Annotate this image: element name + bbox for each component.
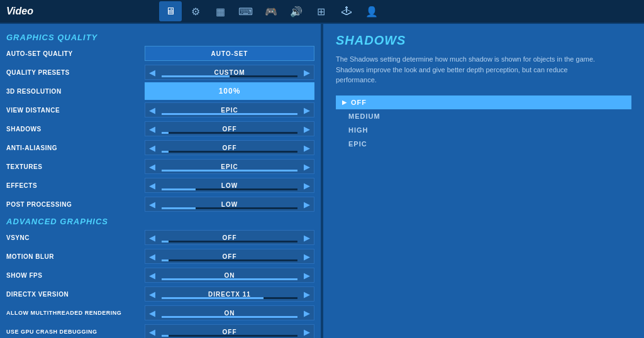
textures-value-area: EPIC — [159, 160, 300, 173]
effects-label: EFFECTS — [6, 182, 145, 189]
main-container: GRAPHICS QUALITY AUTO-SET QUALITY AUTO-S… — [0, 24, 644, 338]
gpu-crash-left-arrow[interactable]: ◀ — [145, 325, 159, 338]
motion-blur-bar-fill — [162, 259, 169, 261]
multithreaded-control: ◀ ON ▶ — [145, 305, 314, 320]
motion-blur-slider: ◀ OFF ▶ — [145, 249, 314, 264]
show-fps-left-arrow[interactable]: ◀ — [145, 268, 159, 282]
view-distance-value: EPIC — [221, 107, 238, 114]
vsync-value-area: OFF — [159, 231, 300, 244]
effects-right-arrow[interactable]: ▶ — [300, 178, 314, 192]
auto-set-button[interactable]: AUTO-SET — [145, 46, 314, 61]
anti-aliasing-bar-fill — [162, 151, 169, 153]
vsync-bar-fill — [162, 241, 169, 243]
motion-blur-label: MOTION BLUR — [6, 253, 145, 260]
view-distance-left-arrow[interactable]: ◀ — [145, 103, 159, 117]
multithreaded-row: ALLOW MULTITHREADED RENDERING ◀ ON ▶ — [6, 304, 314, 322]
nav-icon-controller[interactable]: 🕹 — [335, 1, 358, 21]
vsync-slider: ◀ OFF ▶ — [145, 230, 314, 245]
option-high[interactable]: HIGH — [336, 123, 631, 137]
options-list: OFF MEDIUM HIGH EPIC — [336, 95, 631, 151]
detail-description: The Shadows setting determine how much s… — [336, 54, 600, 85]
nav-icon-keyboard[interactable]: ⌨ — [235, 1, 257, 21]
multithreaded-value-area: ON — [159, 306, 300, 320]
shadows-control: ◀ OFF ▶ — [145, 121, 314, 136]
anti-aliasing-left-arrow[interactable]: ◀ — [145, 141, 159, 155]
quality-presets-row: QUALITY PRESETS ◀ CUSTOM ▶ — [6, 63, 314, 81]
anti-aliasing-slider: ◀ OFF ▶ — [145, 140, 314, 155]
show-fps-control: ◀ ON ▶ — [145, 268, 314, 283]
quality-presets-value: CUSTOM — [214, 69, 245, 76]
resolution-control: 100% — [145, 82, 314, 100]
motion-blur-right-arrow[interactable]: ▶ — [300, 249, 314, 263]
anti-aliasing-row: ANTI-ALIASING ◀ OFF ▶ — [6, 139, 314, 156]
view-distance-right-arrow[interactable]: ▶ — [300, 103, 314, 117]
nav-icon-speaker[interactable]: 🔊 — [285, 1, 308, 21]
multithreaded-left-arrow[interactable]: ◀ — [145, 306, 159, 320]
directx-version-left-arrow[interactable]: ◀ — [145, 287, 159, 301]
vsync-value: OFF — [223, 234, 237, 241]
gpu-crash-right-arrow[interactable]: ▶ — [300, 325, 314, 338]
quality-presets-right-arrow[interactable]: ▶ — [300, 65, 314, 79]
nav-icons-container: 🖥 ⚙ ▦ ⌨ 🎮 🔊 ⊞ 🕹 👤 — [159, 1, 383, 21]
gpu-crash-control: ◀ OFF ▶ — [145, 324, 314, 338]
auto-set-quality-label: AUTO-SET QUALITY — [6, 50, 145, 57]
option-epic[interactable]: EPIC — [336, 137, 631, 151]
directx-version-label: DIRECTX VERSION — [6, 291, 145, 298]
nav-icon-gamepad[interactable]: 🎮 — [260, 1, 282, 21]
top-bar: Video 🖥 ⚙ ▦ ⌨ 🎮 🔊 ⊞ 🕹 👤 — [0, 0, 644, 24]
post-processing-slider: ◀ LOW ▶ — [145, 197, 314, 212]
anti-aliasing-value-area: OFF — [159, 141, 300, 155]
option-off[interactable]: OFF — [336, 95, 631, 109]
nav-icon-gear[interactable]: ⚙ — [184, 1, 207, 21]
shadows-label: SHADOWS — [6, 126, 145, 133]
motion-blur-row: MOTION BLUR ◀ OFF ▶ — [6, 248, 314, 265]
shadows-slider: ◀ OFF ▶ — [145, 121, 314, 136]
shadows-right-arrow[interactable]: ▶ — [300, 122, 314, 136]
textures-left-arrow[interactable]: ◀ — [145, 160, 159, 173]
multithreaded-right-arrow[interactable]: ▶ — [300, 306, 314, 320]
gpu-crash-label: USE GPU CRASH DEBUGGING — [6, 329, 145, 335]
shadows-row: SHADOWS ◀ OFF ▶ — [6, 120, 314, 138]
directx-version-value: DIRECTX 11 — [208, 291, 251, 298]
show-fps-label: SHOW FPS — [6, 272, 145, 279]
nav-icon-display[interactable]: ▦ — [209, 1, 232, 21]
right-panel: SHADOWS The Shadows setting determine ho… — [323, 24, 644, 338]
textures-right-arrow[interactable]: ▶ — [300, 160, 314, 173]
nav-icon-network[interactable]: ⊞ — [310, 1, 333, 21]
gpu-crash-row: USE GPU CRASH DEBUGGING ◀ OFF ▶ — [6, 323, 314, 338]
view-distance-slider: ◀ EPIC ▶ — [145, 102, 314, 117]
motion-blur-left-arrow[interactable]: ◀ — [145, 249, 159, 263]
graphics-quality-header: GRAPHICS QUALITY — [6, 33, 314, 42]
post-processing-left-arrow[interactable]: ◀ — [145, 197, 159, 211]
quality-presets-value-area: CUSTOM — [159, 65, 300, 79]
directx-version-row: DIRECTX VERSION ◀ DIRECTX 11 ▶ — [6, 285, 314, 303]
motion-blur-control: ◀ OFF ▶ — [145, 249, 314, 264]
view-distance-value-area: EPIC — [159, 103, 300, 117]
effects-slider: ◀ LOW ▶ — [145, 178, 314, 193]
effects-left-arrow[interactable]: ◀ — [145, 178, 159, 192]
shadows-left-arrow[interactable]: ◀ — [145, 122, 159, 136]
option-medium[interactable]: MEDIUM — [336, 109, 631, 123]
resolution-display[interactable]: 100% — [145, 82, 314, 100]
vsync-left-arrow[interactable]: ◀ — [145, 231, 159, 244]
vsync-right-arrow[interactable]: ▶ — [300, 231, 314, 244]
resolution-label: 3D RESOLUTION — [6, 88, 145, 95]
multithreaded-value: ON — [225, 310, 235, 317]
anti-aliasing-right-arrow[interactable]: ▶ — [300, 141, 314, 155]
textures-row: TEXTURES ◀ EPIC ▶ — [6, 158, 314, 175]
post-processing-right-arrow[interactable]: ▶ — [300, 197, 314, 211]
quality-presets-left-arrow[interactable]: ◀ — [145, 65, 159, 79]
directx-version-right-arrow[interactable]: ▶ — [300, 287, 314, 301]
post-processing-value-area: LOW — [159, 197, 300, 211]
show-fps-right-arrow[interactable]: ▶ — [300, 268, 314, 282]
resolution-row: 3D RESOLUTION 100% — [6, 82, 314, 100]
nav-icon-user[interactable]: 👤 — [360, 1, 383, 21]
directx-version-control: ◀ DIRECTX 11 ▶ — [145, 286, 314, 302]
post-processing-label: POST PROCESSING — [6, 201, 145, 208]
anti-aliasing-control: ◀ OFF ▶ — [145, 140, 314, 155]
motion-blur-value-area: OFF — [159, 249, 300, 263]
vsync-row: VSYNC ◀ OFF ▶ — [6, 229, 314, 246]
effects-value: LOW — [221, 182, 238, 189]
nav-icon-monitor[interactable]: 🖥 — [159, 1, 182, 21]
gpu-crash-value-area: OFF — [159, 325, 300, 338]
